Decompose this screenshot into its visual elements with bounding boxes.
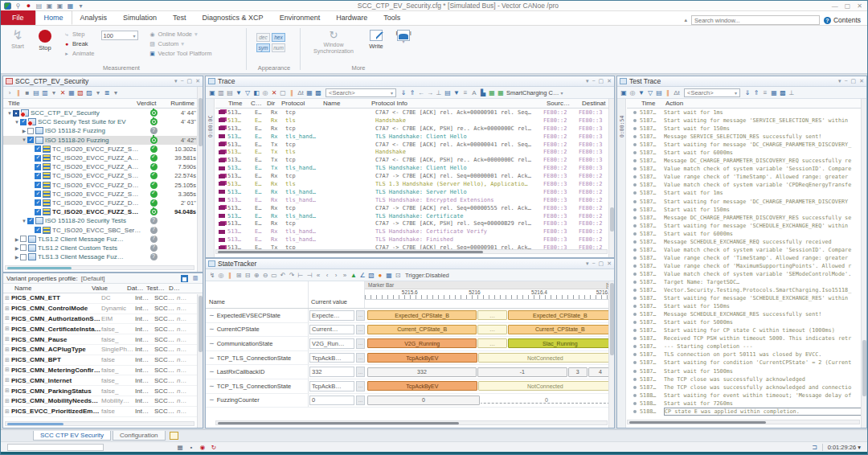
state-row[interactable]: ∼LastRxCallbackID332…332-134 [206, 365, 614, 379]
state-value-column-header[interactable]: Current value [309, 281, 365, 308]
test-trace-row[interactable]: 5187…Vector.Security.Testing.Protocols.S… [627, 286, 866, 294]
filter-icon[interactable]: ▼ [637, 88, 645, 97]
tree-row[interactable]: ▶TLS1.2 Client Message Fuz… [3, 235, 203, 244]
expand-plus-icon[interactable]: ⊞ [3, 326, 11, 332]
tree-row[interactable]: TC_ISO20_EVCC_FUZZ_Auth…39.581s [3, 154, 203, 162]
column-icon[interactable]: ▥ [217, 88, 225, 97]
lines-icon[interactable]: ≡ [461, 88, 469, 97]
animate-button[interactable]: ▸Animate [63, 49, 95, 58]
filter-shield-icon[interactable]: ◉ [199, 444, 207, 451]
test-tree-hscrollbar[interactable] [5, 265, 194, 270]
variant-row[interactable]: ⊞PICS_CMN_CertificateInstall…false_Int…S… [3, 324, 203, 334]
state-current-value[interactable]: V2G_Run… [309, 338, 354, 349]
tree-checkbox[interactable] [35, 182, 41, 188]
variant-row[interactable]: ⊞PICS_CMN_ACPlugTypeSinglePh…Int…SCC…n… [3, 345, 203, 355]
tree-checkbox[interactable] [35, 146, 41, 152]
find-icon[interactable]: ◎ [628, 88, 637, 97]
buffer-icon[interactable]: ▪ [187, 444, 195, 451]
test-trace-row[interactable]: 5187…The TCP close was successfully ackn… [627, 383, 866, 391]
variant-row[interactable]: ⊞PICS_CMN_MeteringConfir…false_Int…SCC…n… [3, 366, 203, 376]
view-fixed-icon[interactable]: ▦ [305, 88, 313, 97]
export-icon[interactable]: ⊥ [788, 88, 796, 97]
state-segment[interactable]: 332 [367, 367, 477, 377]
delta-time-icon[interactable]: Δt [297, 88, 305, 97]
state-segment[interactable]: … [477, 338, 506, 348]
search-down-icon[interactable]: ⇓ [399, 88, 407, 97]
trace-row[interactable]: 513…E…Rxtls_hand…TLS Handshake: Encrypte… [215, 196, 614, 204]
tree-checkbox[interactable] [35, 173, 41, 179]
panel-close-icon[interactable]: ✕ [607, 260, 612, 267]
test-trace-row[interactable]: 5187…Start wait for 150ms [627, 302, 866, 310]
loop-shield-icon[interactable]: ↻ [210, 444, 218, 451]
state-segment[interactable]: Slac_Running [508, 338, 612, 348]
qat-dropdown-icon[interactable]: ▾ [77, 2, 84, 10]
statetracker-hscrollbar[interactable] [215, 420, 608, 425]
test-trace-row[interactable]: 5187…--- Starting completion --- [627, 342, 866, 350]
save-icon[interactable]: ▣ [46, 2, 53, 10]
state-ellipsis-button[interactable]: … [356, 310, 365, 321]
variant-col-header[interactable]: Dat… [127, 285, 146, 292]
pics-value[interactable]: false [101, 408, 135, 415]
maximize-button[interactable]: ▢ [845, 2, 851, 10]
variant-row[interactable]: ⊞PICS_CMN_ETTDCInt…SCC…n… [3, 293, 203, 304]
expand-plus-icon[interactable]: ⊞ [3, 295, 11, 301]
state-ellipsis-button[interactable]: … [356, 338, 365, 349]
state-row[interactable]: ∼TCP_TLS_ConnectionStateTcpAckB……TcpAckB… [206, 379, 614, 394]
online-mode-button[interactable]: ◉Online Mode▾ [149, 30, 212, 39]
tree-row[interactable]: ▶ISO 15118-2 Fuzzing [3, 126, 203, 135]
trace-row[interactable]: 513…E…RxtcpC7A7 -> C7BE [ACK] rel. Seq=0… [215, 172, 614, 180]
pics-value[interactable]: Mobility… [101, 397, 135, 404]
variant-row[interactable]: ⊞PICS_CMN_AuthorizationSer…EIMInt…SCC…n… [3, 314, 203, 325]
first-icon[interactable]: « [314, 271, 322, 280]
ribbon-tab-home[interactable]: Home [35, 10, 72, 25]
view-icon[interactable]: ▥ [41, 88, 49, 97]
tree-row[interactable]: TC_ISO20_EVCC_FUZZ_Auth…7.590s [3, 162, 203, 171]
panel-min-icon[interactable]: − [592, 260, 595, 267]
break-button[interactable]: ●Break [63, 39, 95, 48]
trace-col-header[interactable]: Dir [267, 100, 281, 107]
filter-icon[interactable]: ▼ [235, 88, 243, 97]
state-current-value[interactable]: Expecte… [309, 310, 354, 321]
test-tree-header[interactable]: Title Verdict Runtime [3, 99, 203, 109]
state-ellipsis-button[interactable]: … [356, 353, 365, 363]
state-row[interactable]: ∼ExpectedEVSECPStateExpecte……Expected_CP… [206, 309, 614, 323]
log2-icon[interactable]: ▩ [779, 88, 787, 97]
test-trace-row[interactable]: 5187…Message SERVICE_SELECTION_RES succe… [627, 133, 866, 141]
expander-icon[interactable]: ▼ [14, 120, 20, 125]
filter-pass-icon[interactable]: ▽ [244, 88, 252, 97]
minimize-button[interactable]: — [832, 2, 838, 10]
variant-row[interactable]: ⊞PICS_CMN_MobilityNeedsMo…Mobility…Int…S… [3, 396, 203, 407]
pics-value[interactable]: false_ [101, 336, 135, 343]
add-desktop-icon[interactable] [170, 432, 178, 440]
ribbon-tab-simulation[interactable]: Simulation [115, 10, 165, 25]
tree-checkbox[interactable] [13, 110, 19, 117]
state-row[interactable]: ∼FuzzingCounter0…00 [206, 394, 614, 408]
animation-speed-combo[interactable]: 100▾ [101, 31, 138, 40]
save-profile-icon[interactable] [181, 275, 188, 282]
expander-icon[interactable]: ▶ [21, 128, 27, 133]
expand-plus-icon[interactable]: ⊞ [3, 377, 11, 383]
variant-row[interactable]: ⊞PICS_CMN_ParkingStatusfalse_Int…SCC…n… [3, 386, 203, 396]
search-up-icon[interactable]: ⇑ [752, 88, 760, 97]
test-trace-row[interactable]: 5187…The TCP close was successfully ackn… [627, 375, 866, 383]
trace-row[interactable]: 513…E…Rxtls_hand…TLS Handshake: Finished… [215, 236, 614, 244]
trace-hscrollbar[interactable] [215, 249, 608, 254]
write-button[interactable]: Write [362, 28, 390, 50]
find-icon[interactable]: ◎ [261, 88, 269, 97]
tree-checkbox[interactable] [35, 199, 41, 206]
delta-time-icon[interactable]: Δt [673, 88, 681, 97]
trace-row[interactable]: 513…E…TxtcpC7A7 <- C7BE [ACK] rel. Ack=0… [215, 141, 614, 149]
test-trace-row[interactable]: 5187…Start waiting for CP state C within… [627, 326, 866, 334]
appearance-toggle-sym[interactable]: sym [256, 43, 270, 52]
export-icon[interactable]: ≣ [103, 88, 111, 97]
tree-row[interactable]: ▼ISO 15118-20 Fuzzing4' 42'' [3, 136, 203, 145]
tree-row[interactable]: TC_ISO20_EVCC_FUZZ_S…94.048s [3, 207, 203, 216]
trace-col-header[interactable]: Sourc… [547, 100, 582, 107]
tree-view-icon[interactable]: ▤ [655, 88, 663, 97]
filter2-icon[interactable]: ▽ [646, 88, 654, 97]
state-ellipsis-button[interactable]: … [356, 396, 365, 406]
tree-checkbox[interactable] [35, 155, 41, 162]
test-trace-row[interactable]: 5187…Value match check of system variabl… [627, 270, 866, 278]
trace-col-header[interactable]: Protocol [281, 100, 323, 107]
state-timeline-header[interactable]: Marker Bar [s] 5215.652165216.45216.8 [365, 281, 614, 308]
